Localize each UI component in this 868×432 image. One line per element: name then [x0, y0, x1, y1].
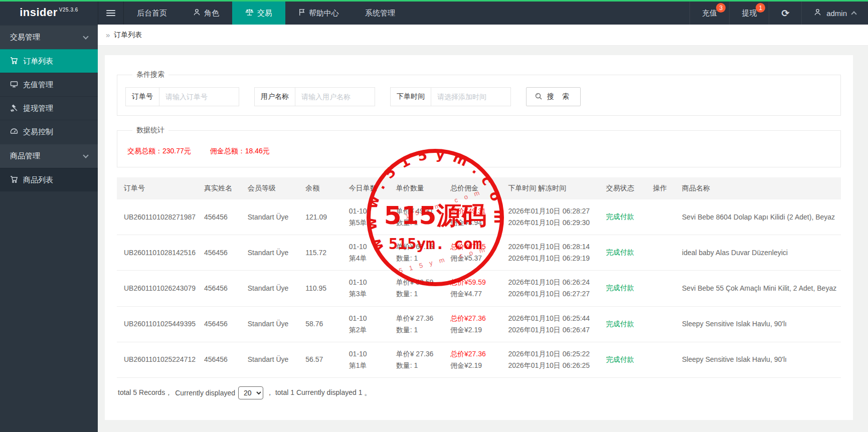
username-label: 用户名称	[255, 88, 295, 106]
order-no-group: 订单号	[125, 87, 239, 106]
cell-level: Standart Üye	[244, 306, 302, 342]
stat-total-trade: 交易总额：230.77元	[127, 147, 191, 155]
col-status: 交易状态	[602, 177, 649, 199]
cell-total-commission: 总价¥59.59佣金¥4.77	[446, 271, 504, 306]
nav-home[interactable]: 后台首页	[124, 2, 180, 25]
admin-username: admin	[826, 9, 847, 18]
pagination-total-text: total 5 Records，	[118, 388, 172, 397]
table-row: UB2601101028142516 456456 Standart Üye 1…	[117, 235, 841, 271]
cell-product: Sevi Bebe 55 Çok Amaçlı Mini Kilit, 2 Ad…	[678, 271, 841, 306]
page-title: 订单列表	[114, 31, 142, 40]
page-size-select[interactable]: 20	[238, 386, 263, 399]
nav-system[interactable]: 系统管理	[352, 2, 408, 25]
sidebar-group-trade[interactable]: 交易管理	[0, 26, 98, 49]
nav-trade[interactable]: 交易	[232, 2, 285, 25]
search-icon	[535, 92, 543, 102]
sidebar-item-withdraw[interactable]: 提现管理	[0, 96, 98, 120]
cell-balance: 121.09	[301, 199, 345, 235]
cell-balance: 58.76	[301, 306, 345, 342]
cell-order-no: UB2601101026243079	[117, 271, 200, 306]
cell-level: Standart Üye	[244, 199, 302, 235]
cell-price-qty: 单价¥ 27.36数量: 1	[392, 342, 446, 377]
sidebar-item-withdraw-label: 提现管理	[23, 104, 53, 113]
order-no-input[interactable]	[159, 88, 239, 106]
nav-roles-label: 角色	[204, 9, 219, 18]
cell-price-qty: 单价¥ 59.59数量: 1	[392, 271, 446, 306]
sidebar-toggle-icon[interactable]	[98, 2, 124, 25]
sidebar-item-products[interactable]: 商品列表	[0, 168, 98, 191]
cell-action	[649, 199, 678, 235]
col-product: 商品名称	[678, 177, 841, 199]
sidebar-item-orders-label: 订单列表	[23, 57, 53, 66]
flag-icon	[298, 9, 305, 18]
stats-legend: 数据统计	[132, 126, 168, 135]
refresh-button[interactable]: ⟳	[769, 2, 801, 25]
sidebar-group-products[interactable]: 商品管理	[0, 144, 98, 168]
sidebar-item-recharge[interactable]: 充值管理	[0, 73, 98, 96]
cell-total-commission: 总价¥27.36佣金¥2.19	[446, 342, 504, 377]
search-button[interactable]: 搜 索	[526, 87, 581, 106]
nav-help[interactable]: 帮助中心	[285, 2, 352, 25]
nav-roles[interactable]: 角色	[180, 2, 232, 25]
cell-product: Sleepy Sensitive Islak Havlu, 90'lı	[678, 306, 841, 342]
gauge-icon	[10, 127, 18, 137]
order-time-input[interactable]	[431, 88, 510, 106]
cell-time: 2026年01月10日 06:26:242026年01月10日 06:27:27	[504, 271, 602, 306]
topbar-right: 充值 3 提现 1 ⟳ admin	[689, 2, 868, 25]
sidebar-item-trade-control[interactable]: 交易控制	[0, 120, 98, 143]
cell-real-name: 456456	[200, 199, 244, 235]
content: 条件搜索 订单号 用户名称 下单时间	[98, 46, 868, 420]
sidebar-item-recharge-label: 充值管理	[23, 80, 53, 90]
withdraw-label: 提现	[742, 9, 757, 18]
sidebar-item-orders[interactable]: 订单列表	[0, 49, 98, 73]
cart-icon	[10, 175, 18, 185]
search-row: 订单号 用户名称 下单时间 搜 索	[125, 87, 832, 106]
col-price-qty: 单价数量	[392, 177, 446, 199]
cell-order-no: UB2601101025449395	[117, 306, 200, 342]
main-area: » 订单列表 条件搜索 订单号 用户名称 下单时间	[98, 25, 868, 432]
table-row: UB2601101025449395 456456 Standart Üye 5…	[117, 306, 841, 342]
admin-menu[interactable]: admin	[801, 2, 868, 25]
cell-today-count: 01-10第4单	[345, 235, 392, 271]
gavel-icon	[10, 104, 18, 113]
withdraw-button[interactable]: 提现 1	[729, 2, 769, 25]
cell-time: 2026年01月10日 06:25:222026年01月10日 06:26:25	[504, 342, 602, 377]
cell-action	[649, 306, 678, 342]
cell-status: 完成付款	[602, 235, 649, 271]
stats-fieldset: 数据统计 交易总额：230.77元 佣金总额：18.46元	[117, 126, 841, 167]
cell-real-name: 456456	[200, 235, 244, 271]
cell-order-no: UB2601101025224712	[117, 342, 200, 377]
username-input[interactable]	[295, 88, 375, 106]
order-time-label: 下单时间	[391, 88, 431, 106]
breadcrumb: » 订单列表	[98, 25, 868, 46]
cell-level: Standart Üye	[244, 235, 302, 271]
stat-total-commission: 佣金总额：18.46元	[210, 147, 270, 155]
col-action: 操作	[649, 177, 678, 199]
cell-status: 完成付款	[602, 199, 649, 235]
cell-order-no: UB2601101028271987	[117, 199, 200, 235]
order-table: 订单号 真实姓名 会员等级 余额 今日单数 单价数量 总价佣金 下单时间 解冻时…	[117, 177, 841, 378]
stats-line: 交易总额：230.77元 佣金总额：18.46元	[125, 143, 832, 158]
cell-price-qty: 单价¥ 27.36数量: 1	[392, 306, 446, 342]
nav-help-label: 帮助中心	[309, 9, 339, 18]
search-button-label: 搜 索	[547, 92, 572, 101]
order-no-label: 订单号	[126, 88, 159, 106]
cell-today-count: 01-10第2单	[345, 306, 392, 342]
cell-balance: 110.95	[301, 271, 345, 306]
cell-action	[649, 342, 678, 377]
cell-status: 完成付款	[602, 306, 649, 342]
username-group: 用户名称	[254, 87, 375, 106]
col-balance: 余额	[301, 177, 345, 199]
app-logo: insider V25.3.6	[0, 2, 98, 25]
cell-today-count: 01-10第5单	[345, 199, 392, 235]
cell-total-commission: 总价¥67.15佣金¥5.37	[446, 235, 504, 271]
cell-balance: 115.72	[301, 235, 345, 271]
recharge-badge: 3	[716, 3, 726, 13]
table-row: UB2601101026243079 456456 Standart Üye 1…	[117, 271, 841, 306]
col-order-no: 订单号	[117, 177, 200, 199]
pagination-suffix-text: ， total 1 Currently displayed 1 。	[266, 388, 371, 397]
cell-status: 完成付款	[602, 271, 649, 306]
recharge-button[interactable]: 充值 3	[689, 2, 729, 25]
cell-time: 2026年01月10日 06:28:142026年01月10日 06:29:19	[504, 235, 602, 271]
cell-price-qty: 单价¥ 67.15数量: 1	[392, 235, 446, 271]
